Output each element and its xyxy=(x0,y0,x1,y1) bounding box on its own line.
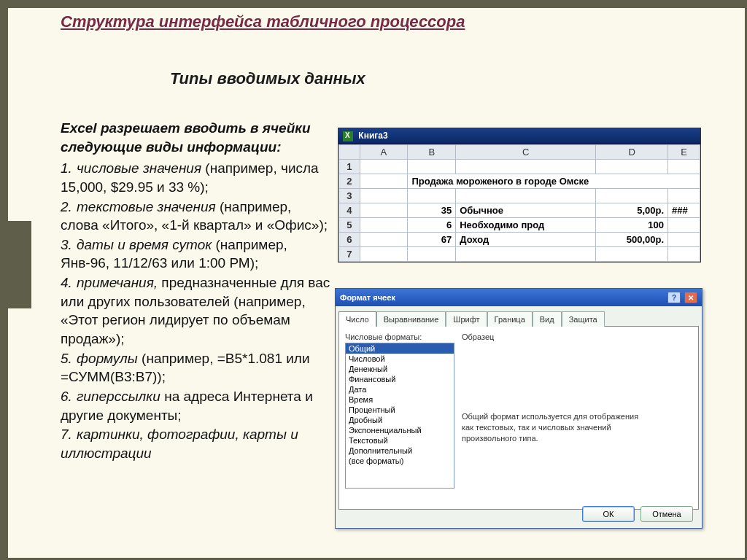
list-item: 6.гиперссылки на адреса Интернета и друг… xyxy=(61,387,330,424)
cancel-button[interactable]: Отмена xyxy=(640,506,693,522)
excel-titlebar[interactable]: Книга3 xyxy=(338,128,700,144)
cell[interactable]: Обычное xyxy=(456,203,596,217)
format-option[interactable]: Дата xyxy=(346,384,454,394)
cell[interactable] xyxy=(360,217,408,232)
tab-protection[interactable]: Защита xyxy=(562,311,605,327)
row-header[interactable]: 5 xyxy=(339,217,360,232)
list-item: 4.примечания, предназначенные для вас ил… xyxy=(61,273,330,349)
section-title: Типы вводимых данных xyxy=(170,69,365,88)
col-header[interactable]: E xyxy=(668,144,700,159)
format-list[interactable]: Общий Числовой Денежный Финансовый Дата … xyxy=(345,343,454,489)
spreadsheet-grid[interactable]: A B C D E 1 2 Продажа мороженого в город… xyxy=(338,144,700,262)
decor-left-bar xyxy=(2,2,8,558)
format-option[interactable]: Текстовый xyxy=(346,435,454,446)
cell[interactable] xyxy=(360,203,408,217)
row-header[interactable]: 4 xyxy=(339,203,360,217)
cell[interactable]: 500,00р. xyxy=(596,232,668,246)
format-option[interactable]: Дробный xyxy=(346,415,454,425)
list-item: 7.картинки, фотографии, карты и иллюстра… xyxy=(61,425,330,462)
corner-cell[interactable] xyxy=(339,144,360,159)
row-header[interactable]: 1 xyxy=(339,159,360,174)
format-option[interactable]: Время xyxy=(346,394,454,405)
dialog-tabs: Число Выравнивание Шрифт Граница Вид Защ… xyxy=(338,311,699,326)
cell[interactable]: ### xyxy=(668,203,700,217)
format-description: Общий формат используется для отображени… xyxy=(462,411,651,444)
page-title: Структура интерфейса табличного процессо… xyxy=(61,12,465,31)
cell[interactable]: 100 xyxy=(596,217,668,232)
row-header[interactable]: 6 xyxy=(339,232,360,246)
decor-side-block xyxy=(8,221,31,308)
col-header[interactable]: A xyxy=(360,144,408,159)
row-header[interactable]: 3 xyxy=(339,188,360,203)
col-header[interactable]: C xyxy=(456,144,596,159)
format-option[interactable]: Финансовый xyxy=(346,374,454,384)
tab-font[interactable]: Шрифт xyxy=(446,311,487,327)
list-item: 1.числовые значения (например, числа 15,… xyxy=(61,159,330,196)
tab-border[interactable]: Граница xyxy=(487,311,533,327)
format-list-label: Числовые форматы: xyxy=(345,332,454,341)
dialog-titlebar[interactable]: Формат ячеек ? ✕ xyxy=(336,289,702,306)
cell[interactable]: 5,00р. xyxy=(596,203,668,217)
format-option[interactable]: Числовой xyxy=(346,354,454,364)
dialog-title: Формат ячеек xyxy=(340,293,395,302)
preview-label: Образец xyxy=(462,332,692,341)
tab-view[interactable]: Вид xyxy=(533,311,562,327)
cell[interactable] xyxy=(360,232,408,246)
preview-box xyxy=(462,341,692,360)
cell[interactable]: Продажа мороженого в городе Омске xyxy=(408,174,700,188)
body-text: Excel разрешает вводить в ячейки следующ… xyxy=(61,119,330,464)
tab-number[interactable]: Число xyxy=(338,311,376,327)
row-header[interactable]: 7 xyxy=(339,246,360,261)
format-option[interactable]: Дополнительный xyxy=(346,446,454,456)
dialog-body: Числовые форматы: Общий Числовой Денежны… xyxy=(338,326,699,510)
cell[interactable]: 6 xyxy=(408,217,456,232)
format-option[interactable]: (все форматы) xyxy=(346,456,454,466)
excel-app-icon xyxy=(343,131,353,141)
col-header[interactable]: D xyxy=(596,144,668,159)
row-header[interactable]: 2 xyxy=(339,174,360,188)
cell[interactable] xyxy=(668,232,700,246)
format-option[interactable]: Экспоненциальный xyxy=(346,425,454,435)
ok-button[interactable]: ОК xyxy=(582,506,635,522)
excel-window: Книга3 A B C D E 1 2 Продажа мороженого … xyxy=(338,128,701,262)
help-icon[interactable]: ? xyxy=(667,292,681,303)
workbook-title: Книга3 xyxy=(358,131,387,141)
cell[interactable]: 35 xyxy=(408,203,456,217)
cell[interactable]: Доход xyxy=(456,232,596,246)
cell[interactable]: Необходимо прод xyxy=(456,217,596,232)
list-item: 2.текстовые значения (например, слова «И… xyxy=(61,198,330,235)
format-option[interactable]: Денежный xyxy=(346,364,454,374)
col-header[interactable]: B xyxy=(408,144,456,159)
list-item: 3.даты и время суток (например, Янв-96, … xyxy=(61,236,330,273)
format-option[interactable]: Процентный xyxy=(346,405,454,415)
close-icon[interactable]: ✕ xyxy=(684,292,697,303)
tab-alignment[interactable]: Выравнивание xyxy=(376,311,446,327)
cell[interactable]: 67 xyxy=(408,232,456,246)
lead-sentence: Excel разрешает вводить в ячейки следующ… xyxy=(61,120,311,155)
format-option[interactable]: Общий xyxy=(346,343,454,354)
decor-top-bar xyxy=(2,2,745,8)
cell[interactable] xyxy=(668,217,700,232)
list-item: 5.формулы (например, =В5*1.081 или =СУММ… xyxy=(61,349,330,386)
format-cells-dialog: Формат ячеек ? ✕ Число Выравнивание Шриф… xyxy=(335,288,703,529)
